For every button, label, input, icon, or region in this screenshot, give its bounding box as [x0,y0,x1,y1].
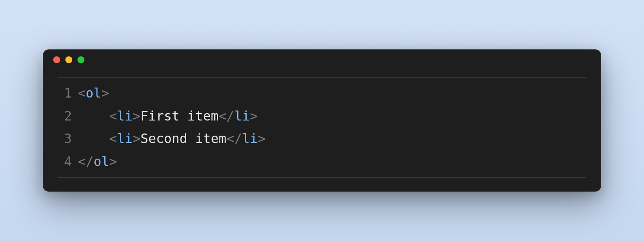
code-content[interactable]: </ol> [78,150,117,173]
code-token-ang: </ [219,108,234,124]
code-token-ang: < [109,108,117,124]
code-token-ang: </ [78,154,93,169]
close-icon[interactable] [53,56,60,63]
code-token-ang: > [109,154,117,169]
code-area[interactable]: 1<ol>2 <li>First item</li>3 <li>Second i… [57,77,587,178]
code-editor-window: 1<ol>2 <li>First item</li>3 <li>Second i… [43,49,601,192]
code-token-txt [78,108,109,124]
code-token-ang: > [132,108,140,124]
code-token-tag: li [234,108,250,124]
code-token-ang: > [250,108,258,124]
line-number: 3 [57,127,78,150]
code-token-txt: First item [141,108,219,124]
code-token-ang: </ [226,131,242,146]
code-token-tag: ol [93,154,109,169]
code-token-txt [78,131,109,146]
code-line[interactable]: 3 <li>Second item</li> [57,127,587,150]
zoom-icon[interactable] [77,56,84,63]
code-token-txt: Second item [141,131,227,146]
code-line[interactable]: 2 <li>First item</li> [57,105,587,128]
titlebar [43,49,601,70]
line-number: 4 [57,150,78,173]
minimize-icon[interactable] [65,56,72,63]
code-token-ang: > [258,131,265,146]
code-content[interactable]: <li>Second item</li> [78,127,266,150]
code-token-tag: li [242,131,258,146]
code-token-tag: li [117,131,132,146]
code-content[interactable]: <li>First item</li> [78,105,258,128]
line-number: 2 [57,105,78,128]
code-token-ang: < [78,85,86,101]
code-line[interactable]: 1<ol> [57,82,587,105]
code-token-ang: < [109,131,117,146]
line-number: 1 [57,82,78,105]
code-token-tag: li [117,108,132,124]
code-line[interactable]: 4</ol> [57,150,587,173]
code-content[interactable]: <ol> [78,82,109,105]
code-token-ang: > [132,131,140,146]
code-token-tag: ol [86,85,101,101]
code-token-ang: > [101,85,109,101]
